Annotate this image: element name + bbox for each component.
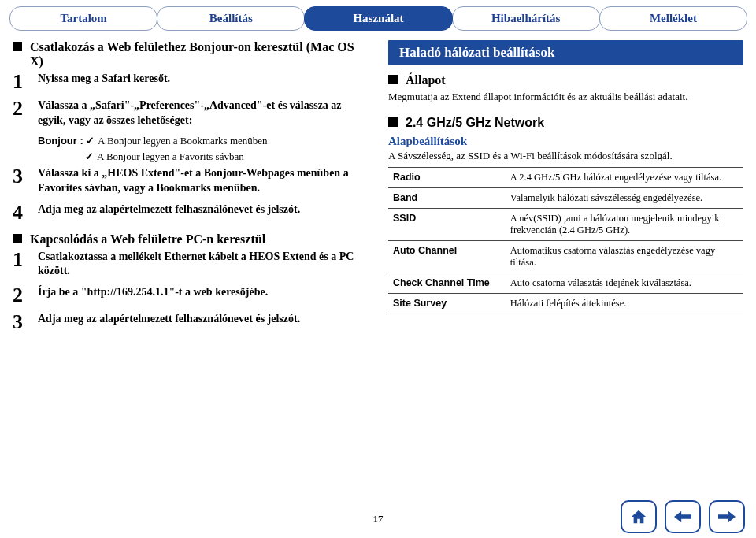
heading-network: 2.4 GHz/5 GHz Network xyxy=(388,116,743,130)
step-number: 4 xyxy=(13,202,30,223)
setting-key: Check Channel Time xyxy=(388,273,506,294)
heading-bonjour-text: Csatlakozás a Web felülethez Bonjour-on … xyxy=(30,40,368,69)
home-icon xyxy=(630,509,647,525)
square-icon xyxy=(388,75,398,84)
heading-status: Állapot xyxy=(388,73,743,87)
next-button[interactable] xyxy=(709,500,745,533)
step-text: Adja meg az alapértelmezett felhasználón… xyxy=(38,202,368,223)
setting-key: SSID xyxy=(388,209,506,241)
setting-val: A 2.4 GHz/5 GHz hálózat engedélyezése va… xyxy=(506,168,743,188)
right-column: Haladó hálózati beállítások Állapot Megm… xyxy=(388,35,743,339)
setting-key: Radio xyxy=(388,168,506,188)
bonjour-note: Bonjour : A Bonjour legyen a Bookmarks m… xyxy=(38,135,368,163)
step-text: Válassza a „Safari"-„Preferences"-„Advan… xyxy=(38,98,368,128)
table-row: Site SurveyHálózati felépítés áttekintés… xyxy=(388,294,743,314)
pc-step-3: 3Adja meg az alapértelmezett felhasználó… xyxy=(13,312,368,332)
tabs-bar: Tartalom Beállítás Használat Hibaelhárít… xyxy=(0,0,756,31)
setting-val: Automatikus csatorna választás engedélye… xyxy=(506,241,743,273)
left-column: Csatlakozás a Web felülethez Bonjour-on … xyxy=(13,35,368,339)
tab-hasznalat[interactable]: Használat xyxy=(304,6,452,31)
setting-key: Site Survey xyxy=(388,294,506,314)
step-text: Csatlakoztassa a mellékelt Ethernet kábe… xyxy=(38,250,368,280)
tab-hibaelharitas[interactable]: Hibaelhárítás xyxy=(452,6,600,31)
bonjour-opt-b: A Bonjour legyen a Favorits sávban xyxy=(97,150,244,162)
setting-val: Valamelyik hálózati sávszélesség engedél… xyxy=(506,188,743,209)
table-row: BandValamelyik hálózati sávszélesség eng… xyxy=(388,188,743,209)
home-button[interactable] xyxy=(621,500,657,533)
check-icon xyxy=(86,135,98,147)
tab-tartalom[interactable]: Tartalom xyxy=(9,6,158,31)
status-desc: Megmutatja az Extend állapot információi… xyxy=(388,91,743,103)
setting-key: Band xyxy=(388,188,506,209)
step-number: 2 xyxy=(13,98,30,128)
subhead-alap: Alapbeállítások xyxy=(388,135,743,148)
step-3: 3Válassza ki a „HEOS Extend"-et a Bonjou… xyxy=(13,166,368,196)
step-number: 1 xyxy=(13,72,30,92)
check-icon xyxy=(85,150,97,162)
square-icon xyxy=(13,42,22,51)
step-1: 1Nyissa meg a Safari keresőt. xyxy=(13,72,368,92)
bonjour-label: Bonjour : xyxy=(38,135,83,147)
step-text: Adja meg az alapértelmezett felhasználón… xyxy=(38,312,368,332)
arrow-right-icon xyxy=(718,510,736,523)
tab-melleklet[interactable]: Melléklet xyxy=(599,6,747,31)
section-title: Haladó hálózati beállítások xyxy=(388,40,743,65)
step-number: 3 xyxy=(13,312,30,332)
heading-pc-text: Kapcsolódás a Web felületre PC-n kereszt… xyxy=(30,232,265,247)
network-heading-text: 2.4 GHz/5 GHz Network xyxy=(406,116,544,130)
table-row: Auto ChannelAutomatikus csatorna választ… xyxy=(388,241,743,273)
arrow-left-icon xyxy=(674,510,691,523)
table-row: SSIDA név(SSID) ,ami a hálózaton megjele… xyxy=(388,209,743,241)
settings-table: RadioA 2.4 GHz/5 GHz hálózat engedélyezé… xyxy=(388,167,743,314)
square-icon xyxy=(388,117,398,127)
heading-bonjour: Csatlakozás a Web felülethez Bonjour-on … xyxy=(13,40,368,69)
pc-step-2: 2Írja be a "http://169.254.1.1"-t a web … xyxy=(13,285,368,306)
table-row: RadioA 2.4 GHz/5 GHz hálózat engedélyezé… xyxy=(388,168,743,188)
step-number: 2 xyxy=(13,285,30,306)
table-row: Check Channel TimeAuto csatorna választá… xyxy=(388,273,743,294)
bonjour-opt-a: A Bonjour legyen a Bookmarks menüben xyxy=(98,135,268,147)
status-heading-text: Állapot xyxy=(406,73,446,87)
setting-val: A név(SSID) ,ami a hálózaton megjelenik … xyxy=(506,209,743,241)
setting-key: Auto Channel xyxy=(388,241,506,273)
setting-val: Hálózati felépítés áttekintése. xyxy=(506,294,743,314)
prev-button[interactable] xyxy=(665,500,701,533)
page-body: Csatlakozás a Web felülethez Bonjour-on … xyxy=(0,31,756,339)
step-number: 3 xyxy=(13,166,30,196)
nav-icons xyxy=(621,500,745,533)
step-4: 4Adja meg az alapértelmezett felhasználó… xyxy=(13,202,368,223)
step-2: 2Válassza a „Safari"-„Preferences"-„Adva… xyxy=(13,98,368,128)
step-number: 1 xyxy=(13,250,30,280)
step-text: Írja be a "http://169.254.1.1"-t a web k… xyxy=(38,285,368,306)
heading-pc: Kapcsolódás a Web felületre PC-n kereszt… xyxy=(13,232,368,247)
pc-step-1: 1Csatlakoztassa a mellékelt Ethernet káb… xyxy=(13,250,368,280)
setting-val: Auto csatorna választás idejének kiválas… xyxy=(506,273,743,294)
tab-beallitas[interactable]: Beállítás xyxy=(157,6,305,31)
step-text: Válassza ki a „HEOS Extend"-et a Bonjour… xyxy=(38,166,368,196)
step-text: Nyissa meg a Safari keresőt. xyxy=(38,72,368,92)
network-desc: A Sávszélesség, az SSID és a Wi-Fi beáll… xyxy=(388,150,743,162)
square-icon xyxy=(13,234,22,243)
